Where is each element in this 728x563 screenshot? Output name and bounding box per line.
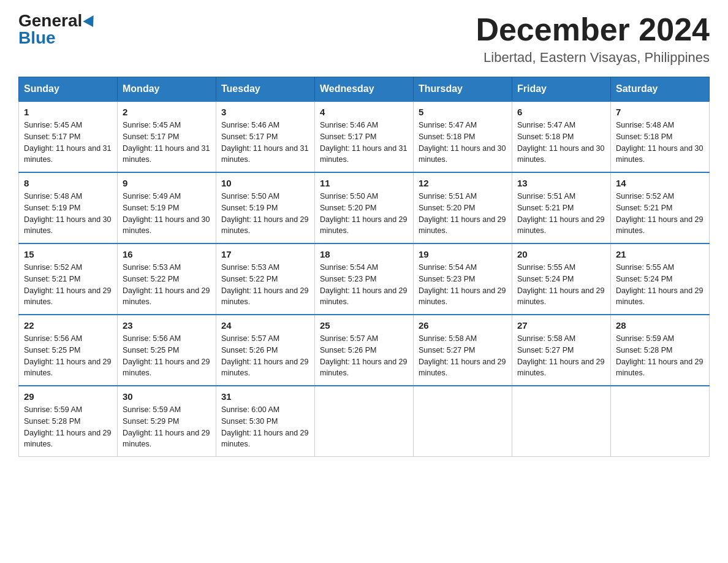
calendar-cell: 24Sunrise: 5:57 AMSunset: 5:26 PMDayligh…	[216, 315, 315, 386]
day-info: Sunrise: 5:54 AMSunset: 5:23 PMDaylight:…	[419, 262, 507, 308]
day-number: 9	[123, 178, 211, 188]
calendar-cell: 11Sunrise: 5:50 AMSunset: 5:20 PMDayligh…	[315, 172, 414, 243]
logo: General Blue	[18, 12, 97, 47]
calendar-cell: 20Sunrise: 5:55 AMSunset: 5:24 PMDayligh…	[512, 243, 611, 315]
week-row-5: 29Sunrise: 5:59 AMSunset: 5:28 PMDayligh…	[19, 386, 710, 457]
day-number: 25	[320, 320, 408, 331]
day-number: 29	[24, 391, 112, 402]
day-info: Sunrise: 5:58 AMSunset: 5:27 PMDaylight:…	[419, 333, 507, 379]
calendar-cell: 14Sunrise: 5:52 AMSunset: 5:21 PMDayligh…	[611, 172, 710, 243]
day-info: Sunrise: 5:59 AMSunset: 5:28 PMDaylight:…	[24, 404, 112, 450]
day-number: 2	[123, 107, 211, 117]
month-title: December 2024	[476, 12, 710, 47]
day-number: 6	[517, 107, 605, 117]
calendar-cell	[512, 386, 611, 457]
calendar-cell: 15Sunrise: 5:52 AMSunset: 5:21 PMDayligh…	[19, 243, 118, 315]
logo-triangle-icon	[83, 15, 99, 30]
day-number: 23	[123, 320, 211, 331]
day-info: Sunrise: 5:50 AMSunset: 5:20 PMDaylight:…	[320, 191, 408, 237]
day-info: Sunrise: 5:56 AMSunset: 5:25 PMDaylight:…	[24, 333, 112, 379]
day-info: Sunrise: 5:59 AMSunset: 5:28 PMDaylight:…	[616, 333, 704, 379]
calendar-cell: 27Sunrise: 5:58 AMSunset: 5:27 PMDayligh…	[512, 315, 611, 386]
day-info: Sunrise: 5:47 AMSunset: 5:18 PMDaylight:…	[517, 120, 605, 166]
day-number: 7	[616, 107, 704, 117]
day-number: 13	[517, 178, 605, 188]
calendar-cell: 23Sunrise: 5:56 AMSunset: 5:25 PMDayligh…	[118, 315, 216, 386]
day-number: 21	[616, 249, 704, 259]
calendar-cell: 19Sunrise: 5:54 AMSunset: 5:23 PMDayligh…	[414, 243, 512, 315]
day-number: 27	[517, 320, 605, 331]
calendar-cell: 6Sunrise: 5:47 AMSunset: 5:18 PMDaylight…	[512, 101, 611, 172]
day-number: 12	[419, 178, 507, 188]
logo-general-text: General	[18, 11, 82, 30]
day-number: 14	[616, 178, 704, 188]
logo-top: General	[18, 12, 97, 29]
calendar-cell: 25Sunrise: 5:57 AMSunset: 5:26 PMDayligh…	[315, 315, 414, 386]
day-info: Sunrise: 5:46 AMSunset: 5:17 PMDaylight:…	[221, 120, 309, 166]
day-info: Sunrise: 5:53 AMSunset: 5:22 PMDaylight:…	[221, 262, 309, 308]
calendar-cell: 28Sunrise: 5:59 AMSunset: 5:28 PMDayligh…	[611, 315, 710, 386]
day-number: 24	[221, 320, 309, 331]
weekday-header-monday: Monday	[118, 77, 216, 102]
day-info: Sunrise: 5:49 AMSunset: 5:19 PMDaylight:…	[123, 191, 211, 237]
day-info: Sunrise: 5:53 AMSunset: 5:22 PMDaylight:…	[123, 262, 211, 308]
day-info: Sunrise: 5:45 AMSunset: 5:17 PMDaylight:…	[123, 120, 211, 166]
day-info: Sunrise: 5:51 AMSunset: 5:21 PMDaylight:…	[517, 191, 605, 237]
calendar-cell	[414, 386, 512, 457]
day-number: 18	[320, 249, 408, 259]
weekday-header-thursday: Thursday	[414, 77, 512, 102]
day-number: 20	[517, 249, 605, 259]
week-row-3: 15Sunrise: 5:52 AMSunset: 5:21 PMDayligh…	[19, 243, 710, 315]
logo-blue-text: Blue	[18, 28, 56, 47]
day-number: 1	[24, 107, 112, 117]
day-info: Sunrise: 5:57 AMSunset: 5:26 PMDaylight:…	[221, 333, 309, 379]
day-number: 8	[24, 178, 112, 188]
calendar-cell: 3Sunrise: 5:46 AMSunset: 5:17 PMDaylight…	[216, 101, 315, 172]
day-info: Sunrise: 5:54 AMSunset: 5:23 PMDaylight:…	[320, 262, 408, 308]
week-row-1: 1Sunrise: 5:45 AMSunset: 5:17 PMDaylight…	[19, 101, 710, 172]
day-info: Sunrise: 5:57 AMSunset: 5:26 PMDaylight:…	[320, 333, 408, 379]
calendar-cell: 17Sunrise: 5:53 AMSunset: 5:22 PMDayligh…	[216, 243, 315, 315]
location-title: Libertad, Eastern Visayas, Philippines	[476, 50, 710, 66]
weekday-header-wednesday: Wednesday	[315, 77, 414, 102]
day-info: Sunrise: 5:48 AMSunset: 5:19 PMDaylight:…	[24, 191, 112, 237]
day-number: 5	[419, 107, 507, 117]
day-info: Sunrise: 5:55 AMSunset: 5:24 PMDaylight:…	[517, 262, 605, 308]
day-info: Sunrise: 5:58 AMSunset: 5:27 PMDaylight:…	[517, 333, 605, 379]
calendar-cell: 5Sunrise: 5:47 AMSunset: 5:18 PMDaylight…	[414, 101, 512, 172]
page-header: General Blue December 2024 Libertad, Eas…	[18, 12, 710, 66]
calendar-cell: 1Sunrise: 5:45 AMSunset: 5:17 PMDaylight…	[19, 101, 118, 172]
calendar-cell: 29Sunrise: 5:59 AMSunset: 5:28 PMDayligh…	[19, 386, 118, 457]
day-info: Sunrise: 5:59 AMSunset: 5:29 PMDaylight:…	[123, 404, 211, 450]
title-area: December 2024 Libertad, Eastern Visayas,…	[476, 12, 710, 66]
calendar-cell: 22Sunrise: 5:56 AMSunset: 5:25 PMDayligh…	[19, 315, 118, 386]
calendar-cell: 7Sunrise: 5:48 AMSunset: 5:18 PMDaylight…	[611, 101, 710, 172]
day-number: 22	[24, 320, 112, 331]
calendar-cell: 12Sunrise: 5:51 AMSunset: 5:20 PMDayligh…	[414, 172, 512, 243]
weekday-header-saturday: Saturday	[611, 77, 710, 102]
calendar-cell: 10Sunrise: 5:50 AMSunset: 5:19 PMDayligh…	[216, 172, 315, 243]
day-number: 4	[320, 107, 408, 117]
calendar-cell	[611, 386, 710, 457]
day-number: 30	[123, 391, 211, 402]
day-number: 28	[616, 320, 704, 331]
calendar-cell: 4Sunrise: 5:46 AMSunset: 5:17 PMDaylight…	[315, 101, 414, 172]
calendar-cell: 26Sunrise: 5:58 AMSunset: 5:27 PMDayligh…	[414, 315, 512, 386]
calendar-cell: 31Sunrise: 6:00 AMSunset: 5:30 PMDayligh…	[216, 386, 315, 457]
day-info: Sunrise: 5:56 AMSunset: 5:25 PMDaylight:…	[123, 333, 211, 379]
day-number: 26	[419, 320, 507, 331]
week-row-2: 8Sunrise: 5:48 AMSunset: 5:19 PMDaylight…	[19, 172, 710, 243]
day-info: Sunrise: 5:48 AMSunset: 5:18 PMDaylight:…	[616, 120, 704, 166]
calendar-cell: 30Sunrise: 5:59 AMSunset: 5:29 PMDayligh…	[118, 386, 216, 457]
weekday-header-row: SundayMondayTuesdayWednesdayThursdayFrid…	[19, 77, 710, 102]
day-info: Sunrise: 6:00 AMSunset: 5:30 PMDaylight:…	[221, 404, 309, 450]
day-info: Sunrise: 5:46 AMSunset: 5:17 PMDaylight:…	[320, 120, 408, 166]
weekday-header-friday: Friday	[512, 77, 611, 102]
day-info: Sunrise: 5:52 AMSunset: 5:21 PMDaylight:…	[24, 262, 112, 308]
calendar-cell: 13Sunrise: 5:51 AMSunset: 5:21 PMDayligh…	[512, 172, 611, 243]
day-number: 17	[221, 249, 309, 259]
day-info: Sunrise: 5:51 AMSunset: 5:20 PMDaylight:…	[419, 191, 507, 237]
week-row-4: 22Sunrise: 5:56 AMSunset: 5:25 PMDayligh…	[19, 315, 710, 386]
day-info: Sunrise: 5:47 AMSunset: 5:18 PMDaylight:…	[419, 120, 507, 166]
calendar-cell: 21Sunrise: 5:55 AMSunset: 5:24 PMDayligh…	[611, 243, 710, 315]
